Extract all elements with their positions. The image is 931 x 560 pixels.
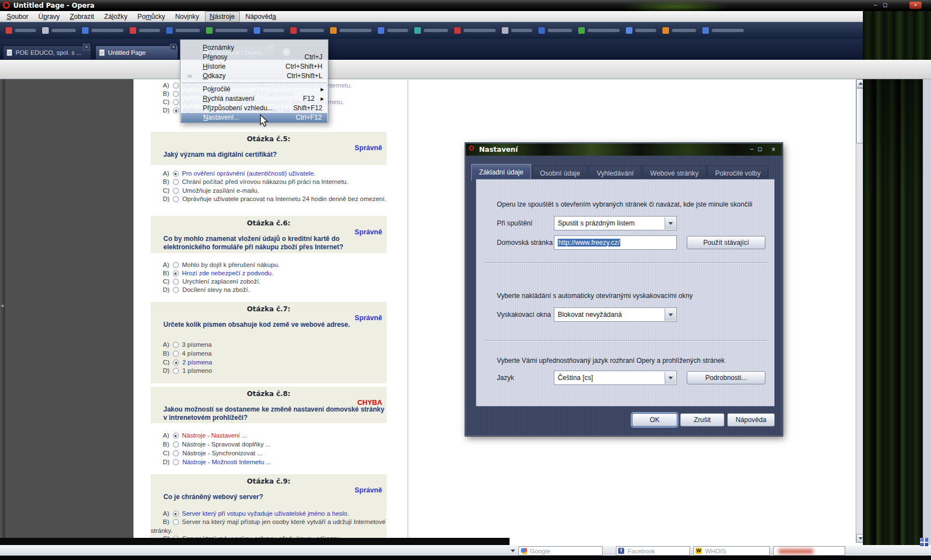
menu-napoveda[interactable]: Nápověda: [241, 12, 281, 22]
radio-button-selected[interactable]: [173, 511, 179, 517]
tab-poe-educo[interactable]: POE EDUCO, spol. s ... ×: [3, 45, 91, 60]
combobox-dropdown-button[interactable]: [665, 372, 676, 384]
bookmark-item[interactable]: [454, 27, 496, 34]
radio-button[interactable]: [173, 441, 179, 448]
radio-button[interactable]: [173, 99, 179, 105]
radio-button[interactable]: [173, 279, 179, 285]
startup-combobox[interactable]: Spustit s prázdným listem: [554, 216, 677, 230]
quiz-answer[interactable]: B)Chrání počítač před vírovou nákazou př…: [151, 178, 405, 187]
bookmark-item[interactable]: [578, 27, 620, 34]
tab-vyhledavani[interactable]: Vyhledávání: [589, 166, 641, 181]
tab-osobni-udaje[interactable]: Osobní údaje: [532, 166, 588, 181]
bookmark-item[interactable]: [290, 27, 324, 34]
menuitem-nastaveni[interactable]: Nastavení...Ctrl+F12: [181, 113, 327, 122]
tile-windows-icon[interactable]: [920, 538, 928, 546]
menuitem-prenosy[interactable]: PřenosyCtrl+J: [181, 53, 328, 62]
quiz-answer[interactable]: A)Mohlo by dojít k přerušení nákupu.: [151, 261, 405, 270]
menu-upravy[interactable]: Úpravy: [34, 12, 64, 22]
radio-button[interactable]: [173, 351, 179, 357]
radio-button-selected[interactable]: [173, 270, 179, 276]
bookmark-item[interactable]: [330, 27, 372, 34]
close-icon[interactable]: ×: [909, 2, 922, 9]
menuitem-prizpusobeni-vzhledu[interactable]: Přizpůsobení vzhledu...Shift+F12: [181, 104, 328, 113]
tab-zakladni-udaje[interactable]: Základní údaje: [471, 164, 531, 181]
quiz-answer[interactable]: B)Nástroje - Spravovat doplňky ...: [151, 440, 405, 449]
bookmark-item[interactable]: [502, 27, 532, 34]
quiz-answer[interactable]: A)3 písmena: [151, 341, 405, 350]
radio-button[interactable]: [173, 519, 179, 525]
quiz-answer[interactable]: B)4 písmena: [151, 350, 405, 358]
quiz-answer[interactable]: D)Nástroje - Možnosti Internetu ...: [151, 458, 405, 467]
radio-button[interactable]: [173, 287, 179, 293]
quiz-answer[interactable]: C)Umožňuje zasílání e-mailu.: [151, 187, 405, 196]
quiz-answer[interactable]: D)Docílení slevy na zboží.: [151, 286, 405, 295]
quiz-answer[interactable]: A)Server který při vstupu vyžaduje uživa…: [151, 510, 405, 518]
minimize-icon[interactable]: –: [874, 2, 877, 8]
bookmark-item[interactable]: [662, 27, 696, 34]
google-search-field[interactable]: Google: [518, 546, 603, 556]
radio-button[interactable]: [173, 83, 179, 89]
panel-splitter[interactable]: ◀: [0, 79, 5, 545]
tab-pokrocile-volby[interactable]: Pokročilé volby: [707, 166, 768, 181]
menu-soubor[interactable]: Soubor: [2, 12, 33, 22]
menu-zalozky[interactable]: Záložky: [100, 12, 132, 22]
help-button[interactable]: Nápověda: [727, 413, 775, 427]
radio-button[interactable]: [173, 450, 179, 456]
bookmark-item[interactable]: [702, 27, 744, 34]
quiz-answer[interactable]: D)1 písmeno: [151, 367, 405, 376]
menuitem-poznamky[interactable]: Poznámky: [181, 43, 328, 53]
tab-close-icon[interactable]: ×: [170, 44, 177, 50]
menuitem-pokrocile[interactable]: Pokročilé▶: [181, 85, 328, 94]
dialog-close-icon[interactable]: ×: [771, 146, 775, 153]
dialog-maximize-icon[interactable]: ◻: [758, 146, 762, 152]
use-current-button[interactable]: Použít stávající: [687, 236, 765, 249]
bookmark-item[interactable]: [206, 27, 248, 34]
menu-pomucky[interactable]: Pomůcky: [133, 12, 169, 22]
menuitem-rychla-nastaveni[interactable]: Rychlá nastaveníF12▶: [181, 94, 328, 104]
maximize-icon[interactable]: ◻: [883, 2, 887, 8]
quiz-answer[interactable]: C)Urychlení zaplacení zoboží.: [151, 278, 405, 286]
radio-button[interactable]: [173, 368, 179, 374]
menuitem-historie[interactable]: HistorieCtrl+Shift+H: [181, 62, 328, 71]
bookmark-item[interactable]: [254, 27, 284, 34]
combobox-dropdown-button[interactable]: [665, 309, 676, 321]
quiz-answer[interactable]: D)Oprávňuje uživatele pracovat na Intern…: [151, 195, 405, 204]
radio-button[interactable]: [173, 179, 179, 185]
whois-search-field[interactable]: W WHOIS: [693, 546, 770, 556]
dialog-titlebar[interactable]: Nastavení: [466, 143, 782, 156]
quiz-answer[interactable]: B)Hrozí zde nebezpečí z podvodu.: [151, 269, 405, 278]
quiz-answer[interactable]: B)Server na který mají přístup jen osoby…: [151, 518, 405, 535]
radio-button[interactable]: [173, 262, 179, 268]
cancel-button[interactable]: Zrušit: [680, 413, 724, 427]
popup-combobox[interactable]: Blokovat nevyžádaná: [554, 307, 677, 322]
ok-button[interactable]: OK: [632, 413, 677, 427]
bookmark-item[interactable]: [166, 27, 200, 34]
quiz-answer[interactable]: C)2 písmena: [151, 358, 405, 367]
search-field-blurred[interactable]: [773, 546, 845, 556]
tab-webove-stranky[interactable]: Webové stránky: [642, 166, 706, 181]
quiz-answer[interactable]: A)Pro ověření oprávnění (autentičnosti) …: [151, 169, 405, 178]
menu-nastroje[interactable]: Nástroje: [205, 11, 240, 22]
homepage-input[interactable]: http://www.freezy.cz/: [554, 235, 677, 250]
radio-button[interactable]: [173, 196, 179, 202]
quiz-answer[interactable]: A)Nástroje - Nastavení ...: [151, 431, 405, 440]
tab-untitled-page[interactable]: Untitled Page ×: [95, 45, 178, 60]
radio-button[interactable]: [173, 459, 179, 465]
bottombar-dropdown-icon[interactable]: [511, 549, 515, 554]
language-combobox[interactable]: Čeština [cs]: [554, 371, 677, 385]
radio-button[interactable]: [173, 188, 179, 194]
dialog-minimize-icon[interactable]: –: [750, 146, 753, 152]
tab-close-icon[interactable]: ×: [83, 44, 90, 50]
bookmark-item[interactable]: [130, 27, 160, 34]
radio-button-selected[interactable]: [173, 433, 179, 439]
menu-novinky[interactable]: Novinky: [171, 12, 203, 22]
radio-button[interactable]: [173, 91, 179, 97]
bookmark-item[interactable]: [42, 27, 76, 34]
facebook-search-field[interactable]: f Facebook: [616, 546, 690, 556]
combobox-dropdown-button[interactable]: [665, 217, 676, 229]
quiz-answer[interactable]: C)Nástroje - Synchronizovat ...: [151, 449, 405, 458]
menuitem-odkazy[interactable]: ∞OdkazyCtrl+Shift+L: [181, 71, 328, 81]
bookmark-item[interactable]: [378, 27, 408, 34]
bookmark-item[interactable]: [6, 27, 36, 34]
bookmark-item[interactable]: [414, 27, 448, 34]
